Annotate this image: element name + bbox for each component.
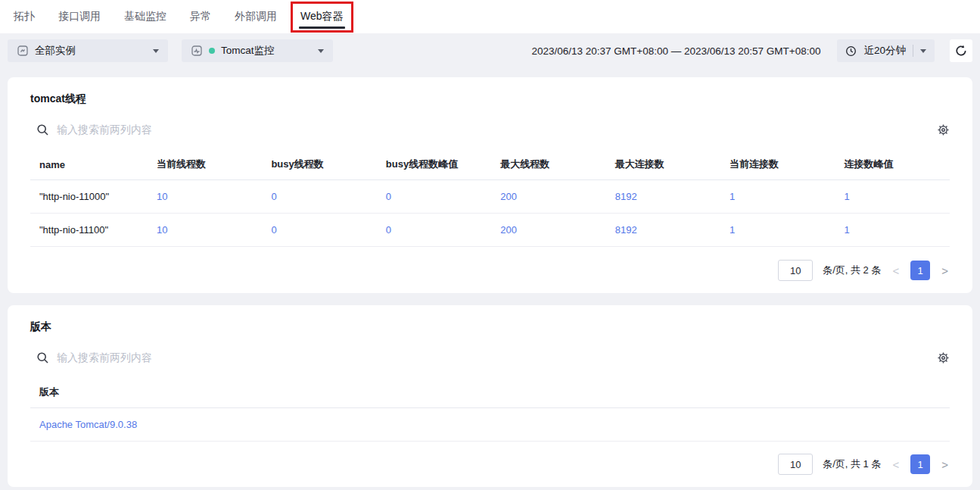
monitor-type-select[interactable]: Tomcat监控	[182, 39, 333, 62]
divider	[913, 45, 913, 57]
refresh-icon	[954, 44, 968, 58]
current-page-button[interactable]: 1	[910, 454, 930, 474]
gear-icon	[937, 123, 950, 136]
card-title: 版本	[30, 320, 950, 334]
version-table: 版本 Apache Tomcat/9.0.38	[30, 376, 950, 442]
cell-max-connections[interactable]: 8192	[606, 214, 720, 247]
search-icon	[36, 351, 49, 364]
page-size-input[interactable]	[778, 260, 813, 281]
col-header-connections-peak: 连接数峰值	[835, 148, 950, 180]
tab-web-container[interactable]: Web容器	[299, 0, 345, 33]
cell-busy-threads-peak[interactable]: 0	[377, 180, 491, 214]
tab-label: 基础监控	[124, 10, 166, 23]
pagination-summary: 条/页, 共 2 条	[823, 264, 881, 277]
monitor-icon	[191, 45, 203, 57]
tab-label: 异常	[190, 10, 211, 23]
prev-page-button[interactable]: <	[891, 458, 901, 471]
chevron-down-icon	[920, 49, 926, 53]
pagination: 条/页, 共 1 条 < 1 >	[30, 454, 950, 476]
tab-external-calls[interactable]: 外部调用	[233, 0, 278, 33]
clock-icon	[845, 45, 857, 57]
table-settings-button[interactable]	[937, 351, 950, 364]
cell-busy-threads[interactable]: 0	[262, 180, 376, 214]
threads-table: name 当前线程数 busy线程数 busy线程数峰值 最大线程数 最大连接数…	[30, 148, 950, 247]
tab-label: Web容器	[300, 10, 344, 23]
col-header-max-threads: 最大线程数	[491, 148, 605, 180]
col-header-name: name	[30, 148, 148, 180]
prev-page-button[interactable]: <	[891, 264, 901, 277]
tab-label: 外部调用	[235, 10, 277, 23]
gear-icon	[937, 351, 950, 364]
pagination: 条/页, 共 2 条 < 1 >	[30, 260, 950, 282]
pagination-summary: 条/页, 共 1 条	[823, 457, 881, 471]
current-page-button[interactable]: 1	[910, 261, 930, 280]
time-range-text: 2023/06/13 20:37 GMT+08:00 — 2023/06/13 …	[531, 45, 820, 57]
tab-label: 拓扑	[14, 10, 35, 23]
instance-select-value: 全部实例	[35, 44, 76, 58]
cell-current-connections[interactable]: 1	[720, 180, 835, 214]
col-header-busy-threads-peak: busy线程数峰值	[377, 148, 491, 180]
tab-basic-monitoring[interactable]: 基础监控	[123, 0, 168, 33]
table-header-row: name 当前线程数 busy线程数 busy线程数峰值 最大线程数 最大连接数…	[30, 148, 950, 180]
tomcat-threads-card: tomcat线程 name 当前线程数 busy线程数 busy线程数峰值	[8, 77, 972, 293]
table-header-row: 版本	[30, 376, 950, 408]
tab-topology[interactable]: 拓扑	[12, 0, 36, 33]
table-row: "http-nio-11100" 10 0 0 200 8192 1 1	[30, 214, 950, 247]
status-dot	[209, 48, 215, 54]
search-input[interactable]	[57, 123, 929, 136]
next-page-button[interactable]: >	[940, 458, 950, 471]
search-input[interactable]	[57, 351, 929, 364]
chevron-down-icon	[153, 49, 159, 53]
next-page-button[interactable]: >	[940, 264, 950, 277]
cell-current-threads[interactable]: 10	[148, 214, 262, 247]
col-header-max-connections: 最大连接数	[606, 148, 720, 180]
col-header-current-connections: 当前连接数	[720, 148, 835, 180]
tab-interface-calls[interactable]: 接口调用	[57, 0, 102, 33]
search-row	[30, 118, 950, 141]
monitor-select-value: Tomcat监控	[221, 44, 275, 58]
version-card: 版本 版本 Apache Tomcat/9.0.38	[8, 305, 972, 487]
tab-label: 接口调用	[58, 10, 101, 23]
cell-name: "http-nio-11100"	[30, 214, 148, 247]
search-icon	[36, 123, 49, 136]
instance-icon	[17, 45, 29, 57]
table-row: Apache Tomcat/9.0.38	[30, 408, 950, 442]
cell-max-connections[interactable]: 8192	[606, 180, 720, 214]
time-preset-button[interactable]: 近20分钟	[837, 39, 935, 62]
cell-connections-peak[interactable]: 1	[835, 214, 950, 247]
time-preset-label: 近20分钟	[863, 44, 906, 58]
col-header-version: 版本	[30, 376, 950, 408]
filter-toolbar: 全部实例 Tomcat监控 2023/06/13 20:37 GMT+08:00…	[0, 33, 980, 68]
cell-max-threads[interactable]: 200	[491, 180, 605, 214]
search-row	[30, 346, 950, 369]
cell-version[interactable]: Apache Tomcat/9.0.38	[30, 408, 950, 442]
page-size-input[interactable]	[778, 454, 813, 475]
table-row: "http-nio-11000" 10 0 0 200 8192 1 1	[30, 180, 950, 214]
chevron-down-icon	[318, 49, 324, 53]
table-settings-button[interactable]	[937, 123, 950, 136]
top-tab-bar: 拓扑 接口调用 基础监控 异常 外部调用 Web容器	[0, 0, 980, 33]
cell-current-connections[interactable]: 1	[720, 214, 835, 247]
cell-current-threads[interactable]: 10	[148, 180, 262, 214]
col-header-current-threads: 当前线程数	[148, 148, 262, 180]
tab-exceptions[interactable]: 异常	[188, 0, 213, 33]
instance-select[interactable]: 全部实例	[8, 39, 168, 62]
card-title: tomcat线程	[30, 92, 950, 106]
col-header-busy-threads: busy线程数	[262, 148, 376, 180]
cell-name: "http-nio-11000"	[30, 180, 148, 214]
refresh-button[interactable]	[950, 39, 972, 62]
cell-max-threads[interactable]: 200	[491, 214, 605, 247]
cell-busy-threads[interactable]: 0	[262, 214, 376, 247]
cell-busy-threads-peak[interactable]: 0	[377, 214, 491, 247]
cell-connections-peak[interactable]: 1	[835, 180, 950, 214]
